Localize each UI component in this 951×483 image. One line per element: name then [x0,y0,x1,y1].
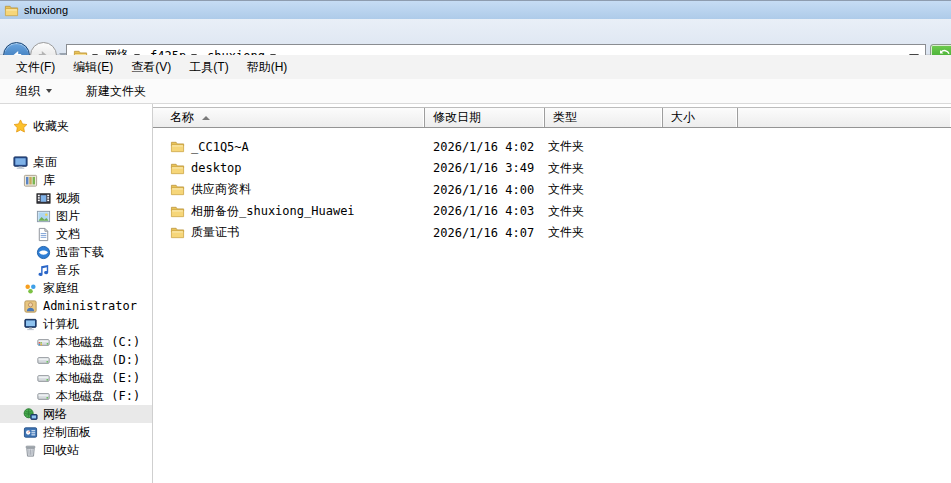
folder-icon [170,204,185,219]
menu-view[interactable]: 查看(V) [122,57,180,78]
menu-tools[interactable]: 工具(T) [180,57,237,78]
sidebar-item-libraries[interactable]: 库 [0,171,152,189]
sidebar-item-documents[interactable]: 文档 [0,225,152,243]
organize-button[interactable]: 组织 [8,80,60,103]
menu-help[interactable]: 帮助(H) [238,57,297,78]
sidebar-item-local-disk-e[interactable]: 本地磁盘 (E:) [0,369,152,387]
folder-icon [170,225,185,240]
folder-icon [170,182,185,197]
disk-icon [36,371,51,386]
file-row-quality-certificates[interactable]: 质量证书 2026/1/16 4:07 文件夹 [153,222,951,244]
new-folder-button[interactable]: 新建文件夹 [78,80,154,103]
sidebar-item-homegroup[interactable]: 家庭组 [0,279,152,297]
menu-file[interactable]: 文件(F) [7,57,64,78]
network-icon [23,407,38,422]
sidebar-item-local-disk-d[interactable]: 本地磁盘 (D:) [0,351,152,369]
sidebar-item-administrator[interactable]: Administrator [0,297,152,315]
file-row-desktop[interactable]: desktop 2026/1/16 3:49 文件夹 [153,158,951,180]
disk-icon [36,389,51,404]
sidebar-item-network[interactable]: 网络 [0,405,152,423]
column-header-size[interactable]: 大小 [663,108,738,127]
sidebar-item-local-disk-f[interactable]: 本地磁盘 (F:) [0,387,152,405]
menu-edit[interactable]: 编辑(E) [64,57,122,78]
file-row-album-backup[interactable]: 相册备份_shuxiong_Huawei 2026/1/16 4:03 文件夹 [153,201,951,223]
title-bar[interactable]: shuxiong [0,0,951,19]
organize-dropdown-icon [46,89,52,93]
control-panel-icon [23,425,38,440]
star-icon [13,119,28,134]
window-folder-icon [4,3,19,18]
disk-icon [36,353,51,368]
computer-icon [23,317,38,332]
homegroup-icon [23,281,38,296]
column-header-type[interactable]: 类型 [545,108,663,127]
column-header-name[interactable]: 名称 [153,108,425,127]
column-header-row: 名称 修改日期 类型 大小 [153,107,951,128]
libraries-icon [23,173,38,188]
file-row-supplier-docs[interactable]: 供应商资料 2026/1/16 4:00 文件夹 [153,179,951,201]
sidebar-item-thunder-download[interactable]: 迅雷下载 [0,243,152,261]
sidebar-item-favorites[interactable]: 收藏夹 [0,117,152,135]
folder-icon [170,161,185,176]
disk-c-icon [36,335,51,350]
user-icon [23,299,38,314]
sidebar-item-music[interactable]: 音乐 [0,261,152,279]
navigation-pane: 收藏夹 桌面 库 视频 图片 文档 迅雷下载 音乐 家庭组 Administra… [0,104,153,483]
file-row-cc1q5a[interactable]: _CC1Q5~A 2026/1/16 4:02 文件夹 [153,136,951,158]
desktop-icon [13,155,28,170]
thunder-download-icon [36,245,51,260]
sidebar-item-computer[interactable]: 计算机 [0,315,152,333]
sidebar-item-videos[interactable]: 视频 [0,189,152,207]
sidebar-item-desktop[interactable]: 桌面 [0,153,152,171]
menu-bar: 文件(F) 编辑(E) 查看(V) 工具(T) 帮助(H) [0,55,951,79]
pictures-icon [36,209,51,224]
sidebar-item-recycle-bin[interactable]: 回收站 [0,441,152,459]
sidebar-item-pictures[interactable]: 图片 [0,207,152,225]
window-title: shuxiong [24,4,68,16]
sidebar-item-local-disk-c[interactable]: 本地磁盘 (C:) [0,333,152,351]
folder-icon [170,139,185,154]
navigation-band: 网络 f425p shuxiong [0,19,951,55]
videos-icon [36,191,51,206]
command-toolbar: 组织 新建文件夹 [0,79,951,104]
column-header-filler [738,108,951,127]
column-header-modified[interactable]: 修改日期 [425,108,545,127]
file-list: _CC1Q5~A 2026/1/16 4:02 文件夹 desktop 2026… [153,136,951,244]
music-icon [36,263,51,278]
documents-icon [36,227,51,242]
sidebar-item-control-panel[interactable]: 控制面板 [0,423,152,441]
recycle-bin-icon [23,443,38,458]
sort-ascending-icon [202,116,210,120]
